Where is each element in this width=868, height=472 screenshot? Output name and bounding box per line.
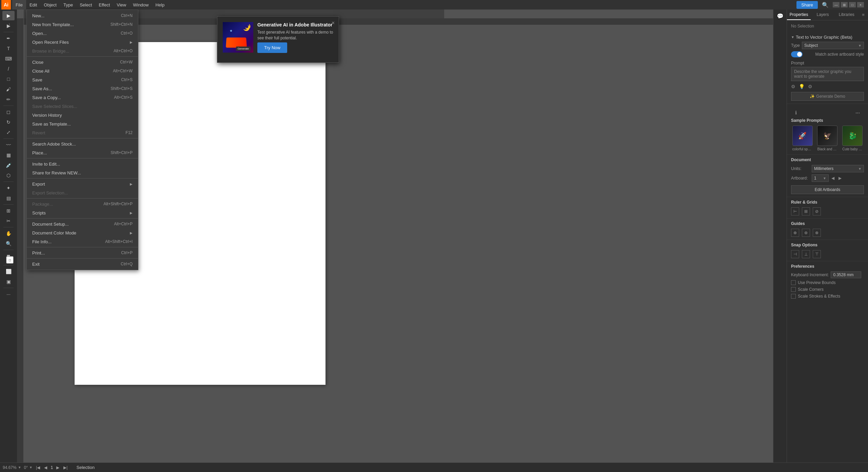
menu-help[interactable]: Help	[152, 0, 168, 10]
sample-prompt-3[interactable]: 🐉 Cute baby drag...	[841, 126, 864, 151]
guides-icon-3[interactable]: ⊗	[813, 229, 821, 237]
blend-tool[interactable]: ⬡	[2, 171, 15, 180]
menu-edit[interactable]: Edit	[26, 0, 40, 10]
layout-icon[interactable]: ⊞	[841, 2, 848, 7]
menu-item-export[interactable]: Export ▶	[27, 180, 138, 188]
minimize-button[interactable]: —	[833, 2, 840, 7]
lightbulb-icon[interactable]: 💡	[799, 84, 805, 89]
units-dropdown[interactable]: Millimeters ▼	[812, 165, 864, 172]
menu-item-save-copy[interactable]: Save a Copy... Alt+Ctrl+S	[27, 93, 138, 102]
artboard-next[interactable]: ▶	[837, 175, 843, 181]
snap-icon-1[interactable]: ⊣	[791, 250, 799, 258]
snap-icon-3[interactable]: ⊤	[813, 250, 821, 258]
menu-item-exit[interactable]: Exit Ctrl+Q	[27, 260, 138, 268]
scale-tool[interactable]: ⤢	[2, 128, 15, 137]
menu-item-save-as[interactable]: Save As... Shift+Ctrl+S	[27, 84, 138, 93]
menu-item-close[interactable]: Close Ctrl+W	[27, 58, 138, 67]
panel-more-icon[interactable]: ≡	[859, 10, 868, 20]
menu-item-save-template[interactable]: Save as Template...	[27, 119, 138, 128]
artboard-prev-status[interactable]: ◀	[43, 465, 48, 470]
sample-prompt-1[interactable]: 🚀 colorful space s...	[791, 126, 814, 151]
symbol-sprayer-tool[interactable]: ✦	[2, 183, 15, 193]
menu-item-file-info[interactable]: File Info... Alt+Shift+Ctrl+I	[27, 237, 138, 246]
edit-artboards-button[interactable]: Edit Artboards	[791, 185, 864, 194]
eraser-tool[interactable]: ◻	[2, 107, 15, 117]
menu-type[interactable]: Type	[60, 0, 76, 10]
type-tool[interactable]: T	[2, 44, 15, 53]
more-tools[interactable]: ···	[2, 289, 15, 299]
tab-properties[interactable]: Properties	[787, 10, 811, 20]
shape-tool[interactable]: □	[2, 74, 15, 84]
paintbrush-tool[interactable]: 🖌	[2, 84, 15, 94]
ai-popup-close-button[interactable]: ×	[332, 20, 335, 26]
draw-mode[interactable]: ⬜	[2, 267, 15, 276]
rotation-value[interactable]: 0°	[24, 465, 28, 470]
ruler-icon-3[interactable]: ⊘	[813, 207, 821, 215]
guides-icon-1[interactable]: ⊕	[791, 229, 799, 237]
hand-tool[interactable]: ✋	[2, 229, 15, 238]
search-icon[interactable]: 🔍	[820, 1, 831, 9]
menu-item-open[interactable]: Open... Ctrl+O	[27, 29, 138, 38]
menu-item-version-history[interactable]: Version History	[27, 111, 138, 119]
artboard-prev[interactable]: ◀	[830, 175, 836, 181]
menu-item-new[interactable]: New... Ctrl+N	[27, 11, 138, 20]
collapse-arrow[interactable]: ▼	[791, 35, 794, 39]
rotate-tool[interactable]: ↻	[2, 117, 15, 127]
pencil-tool[interactable]: ✏	[2, 95, 15, 104]
rotation-chevron[interactable]: ▼	[29, 466, 33, 469]
screen-mode[interactable]: ▣	[2, 277, 15, 286]
menu-item-close-all[interactable]: Close All Alt+Ctrl+W	[27, 67, 138, 75]
zoom-value[interactable]: 94.67%	[3, 465, 17, 470]
slice-tool[interactable]: ✂	[2, 216, 15, 226]
sample-prompt-2[interactable]: 🦅 Black and white...	[816, 126, 839, 151]
menu-item-place[interactable]: Place... Shift+Ctrl+P	[27, 148, 138, 157]
menu-item-scripts[interactable]: Scripts ▶	[27, 208, 138, 217]
menu-select[interactable]: Select	[76, 0, 95, 10]
try-now-button[interactable]: Try Now	[257, 42, 287, 53]
sliders-icon[interactable]: ⚙	[808, 84, 812, 89]
snap-icon-2[interactable]: ⊥	[802, 250, 810, 258]
type-dropdown[interactable]: Subject ▼	[802, 42, 864, 49]
close-button[interactable]: ×	[857, 2, 864, 7]
menu-window[interactable]: Window	[130, 0, 152, 10]
ruler-icon-1[interactable]: ⊢	[791, 207, 799, 215]
column-graph-tool[interactable]: ▤	[2, 193, 15, 203]
scale-corners-checkbox[interactable]	[791, 287, 796, 292]
artboard-dropdown[interactable]: 1 ▼	[812, 174, 829, 182]
zoom-tool[interactable]: 🔍	[2, 239, 15, 248]
match-style-toggle[interactable]	[791, 51, 803, 57]
guides-icon-2[interactable]: ⊛	[802, 229, 810, 237]
more-options-icon[interactable]: ⋯	[855, 110, 860, 115]
info-icon[interactable]: ℹ	[795, 110, 797, 115]
menu-item-share-review[interactable]: Share for Review NEW...	[27, 168, 138, 177]
zoom-chevron[interactable]: ▼	[18, 466, 21, 469]
menu-item-open-recent[interactable]: Open Recent Files ▶	[27, 38, 138, 46]
artboard-first[interactable]: |◀	[35, 465, 41, 470]
share-button[interactable]: Share	[796, 1, 818, 9]
menu-view[interactable]: View	[113, 0, 130, 10]
menu-item-search-stock[interactable]: Search Adobe Stock...	[27, 139, 138, 148]
menu-item-save[interactable]: Save Ctrl+S	[27, 75, 138, 84]
ruler-icon-2[interactable]: ⊞	[802, 207, 810, 215]
pen-tool[interactable]: ✒	[2, 34, 15, 43]
scale-strokes-checkbox[interactable]	[791, 294, 796, 299]
menu-effect[interactable]: Effect	[95, 0, 113, 10]
keyboard-increment-input[interactable]	[831, 271, 861, 278]
menu-item-doc-color-mode[interactable]: Document Color Mode ▶	[27, 228, 138, 237]
menu-item-new-from-template[interactable]: New from Template... Shift+Ctrl+N	[27, 20, 138, 29]
menu-item-document-setup[interactable]: Document Setup... Alt+Ctrl+P	[27, 220, 138, 228]
stroke-color[interactable]: □	[6, 256, 14, 264]
settings-icon[interactable]: ⚙	[791, 84, 795, 89]
artboard-last[interactable]: ▶|	[63, 465, 68, 470]
maximize-button[interactable]: □	[849, 2, 856, 7]
menu-item-invite[interactable]: Invite to Edit...	[27, 159, 138, 168]
tab-layers[interactable]: Layers	[811, 10, 834, 20]
direct-selection-tool[interactable]: ▶̇	[2, 21, 15, 31]
artboard-next-status[interactable]: ▶	[56, 465, 60, 470]
warp-tool[interactable]: 〰	[2, 140, 15, 150]
chat-icon[interactable]: 💬	[775, 12, 785, 21]
tab-libraries[interactable]: Libraries	[835, 10, 859, 20]
touch-type-tool[interactable]: ⌨	[2, 54, 15, 63]
prompt-textarea[interactable]: Describe the vector graphic you want to …	[791, 67, 864, 81]
eyedropper-tool[interactable]: 💉	[2, 161, 15, 170]
